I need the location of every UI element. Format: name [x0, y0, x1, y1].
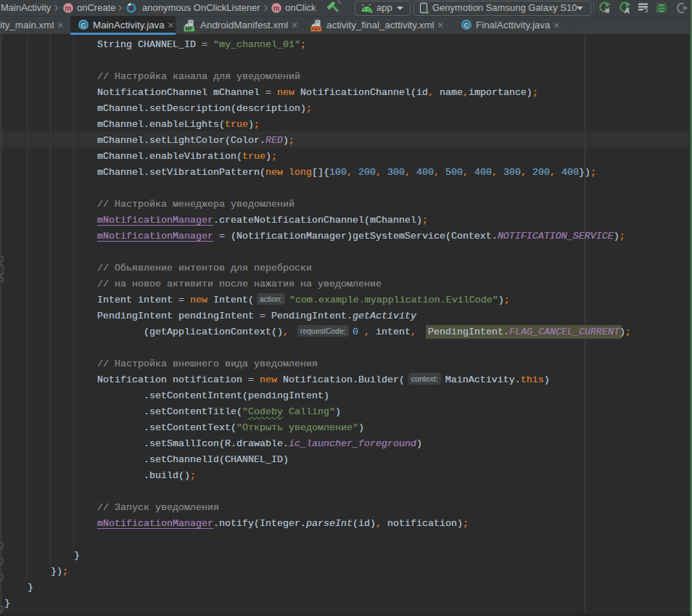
svg-text:C: C	[464, 21, 469, 29]
svg-text:MF: MF	[186, 26, 194, 31]
svg-text:<x>: <x>	[312, 26, 320, 31]
svg-text:m: m	[273, 4, 280, 12]
svg-text:m: m	[65, 4, 72, 12]
svg-text:C: C	[81, 21, 86, 29]
